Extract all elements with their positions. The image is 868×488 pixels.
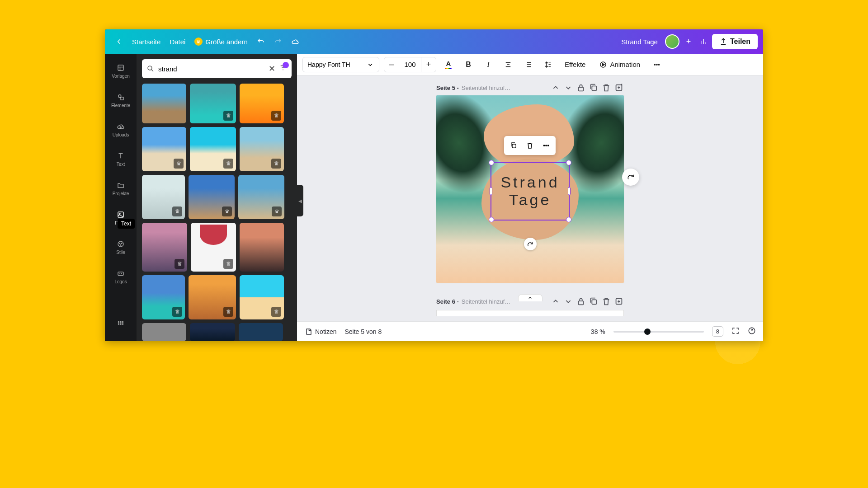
svg-rect-24 (512, 144, 516, 148)
zoom-value[interactable]: 38 % (591, 328, 605, 335)
side-rail: Vorlagen Elemente Uploads Text Text Proj… (105, 54, 137, 341)
collapse-up-icon[interactable] (551, 296, 561, 306)
text-toolbar: Happy Font TH – 100 + A B I Effekte Anim… (297, 54, 763, 75)
svg-rect-29 (592, 300, 596, 304)
context-more-button[interactable] (538, 138, 554, 153)
expand-pages-tab[interactable] (518, 294, 542, 301)
file-menu[interactable]: Datei (165, 35, 190, 48)
collapse-up-icon[interactable] (551, 83, 561, 93)
photo-thumb[interactable] (239, 323, 283, 341)
selection-handle[interactable] (568, 187, 571, 195)
photo-thumb[interactable] (190, 127, 236, 171)
fullscreen-button[interactable] (731, 327, 740, 336)
photo-thumb[interactable] (240, 223, 284, 272)
bold-button[interactable]: B (461, 57, 476, 72)
regenerate-button[interactable] (622, 169, 639, 186)
rail-elements[interactable]: Elemente (105, 86, 137, 115)
rail-more[interactable] (105, 309, 137, 338)
lock-icon[interactable] (576, 296, 586, 306)
svg-point-18 (655, 64, 656, 65)
rail-styles[interactable]: Stile (105, 233, 137, 262)
more-toolbar-button[interactable] (649, 57, 665, 72)
avatar[interactable] (665, 34, 679, 49)
svg-point-10 (118, 321, 119, 322)
undo-button[interactable] (252, 35, 269, 48)
rail-uploads[interactable]: Uploads (105, 115, 137, 145)
italic-button[interactable]: I (481, 57, 496, 72)
photo-thumb[interactable] (142, 323, 186, 341)
help-button[interactable] (748, 327, 756, 336)
photo-thumb[interactable] (240, 84, 284, 123)
resize-button[interactable]: ♛Größe ändern (190, 35, 252, 48)
animation-button[interactable]: Animation (594, 57, 645, 72)
photo-thumb[interactable] (191, 223, 236, 272)
photo-grid[interactable] (137, 84, 297, 341)
trash-icon[interactable] (601, 296, 611, 306)
analytics-button[interactable] (695, 35, 712, 48)
photo-thumb[interactable] (238, 175, 284, 219)
back-button[interactable] (110, 35, 127, 48)
photo-thumb[interactable] (142, 275, 185, 319)
align-button[interactable] (500, 57, 516, 72)
expand-down-icon[interactable] (563, 83, 573, 93)
filter-button[interactable] (279, 64, 287, 74)
selection-handle[interactable] (566, 160, 571, 165)
page-number: Seite 6 - (436, 298, 459, 305)
pages-count-pill[interactable]: 8 (712, 326, 723, 337)
add-member-button[interactable]: + (682, 35, 695, 48)
rail-text[interactable]: Text (105, 145, 137, 174)
spacing-button[interactable] (540, 57, 556, 72)
redo-button[interactable] (269, 35, 287, 48)
font-size-decrease[interactable]: – (384, 57, 399, 72)
photo-thumb[interactable] (240, 275, 284, 319)
photo-thumb[interactable] (240, 127, 284, 171)
resize-label: Größe ändern (205, 38, 247, 46)
design-page-5[interactable]: Strand Tage (436, 95, 624, 283)
design-page-6-peek[interactable] (436, 310, 624, 316)
photo-thumb[interactable] (189, 175, 235, 219)
text-color-button[interactable]: A (441, 57, 456, 72)
add-page-icon[interactable] (614, 296, 624, 306)
expand-down-icon[interactable] (563, 296, 573, 306)
document-title[interactable]: Strand Tage (617, 35, 662, 48)
home-button[interactable]: Startseite (127, 35, 165, 48)
selection-handle[interactable] (490, 187, 492, 195)
selection-handle[interactable] (489, 160, 494, 165)
photo-thumb[interactable] (190, 323, 235, 341)
cloud-sync-icon[interactable] (287, 35, 304, 48)
photo-thumb[interactable] (142, 223, 187, 272)
rail-logos[interactable]: Logos (105, 262, 137, 291)
rail-projects[interactable]: Projekte (105, 174, 137, 203)
trash-icon[interactable] (601, 83, 611, 93)
photo-thumb[interactable] (142, 175, 185, 219)
font-size-value[interactable]: 100 (399, 57, 421, 72)
zoom-slider[interactable] (613, 331, 704, 333)
photo-thumb[interactable] (142, 84, 186, 123)
duplicate-icon[interactable] (589, 296, 599, 306)
add-page-icon[interactable] (614, 83, 624, 93)
selection-handle[interactable] (489, 217, 494, 222)
photo-thumb[interactable] (190, 84, 236, 123)
rail-templates[interactable]: Vorlagen (105, 56, 137, 86)
rotate-handle[interactable] (524, 238, 537, 250)
clear-search-button[interactable]: ✕ (269, 64, 275, 74)
page-title-input[interactable]: Seitentitel hinzuf… (462, 84, 548, 91)
svg-point-4 (119, 213, 120, 214)
share-button[interactable]: Teilen (712, 34, 758, 49)
effects-button[interactable]: Effekte (560, 57, 590, 72)
selection-handle[interactable] (566, 217, 571, 222)
list-button[interactable] (520, 57, 536, 72)
photo-thumb[interactable] (189, 275, 236, 319)
canvas-scroll[interactable]: Seite 5 - Seitentitel hinzuf… (297, 75, 763, 321)
context-delete-button[interactable] (522, 138, 538, 153)
lock-icon[interactable] (576, 83, 586, 93)
selected-textbox[interactable]: Strand Tage (491, 162, 570, 221)
notes-button[interactable]: Notizen (304, 328, 336, 336)
zoom-thumb[interactable] (644, 328, 651, 335)
font-selector[interactable]: Happy Font TH (302, 57, 379, 72)
search-input[interactable] (158, 65, 265, 73)
photo-thumb[interactable] (142, 127, 186, 171)
context-duplicate-button[interactable] (506, 138, 521, 153)
font-size-increase[interactable]: + (421, 57, 436, 72)
duplicate-icon[interactable] (589, 83, 599, 93)
